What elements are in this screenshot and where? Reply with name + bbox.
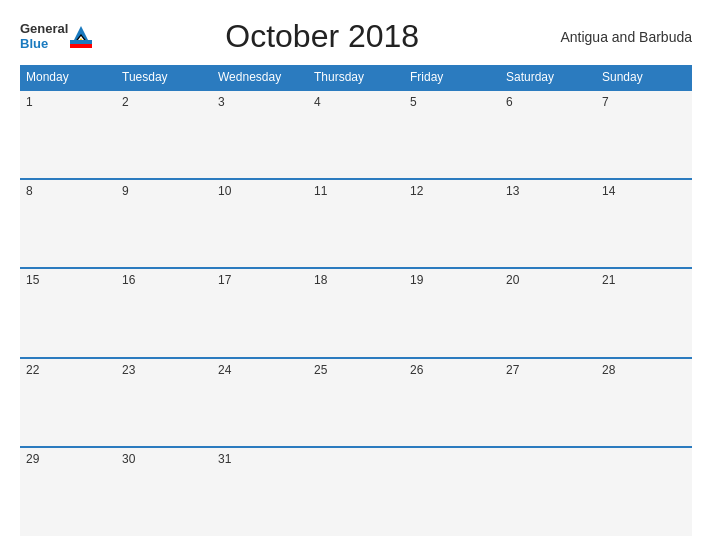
day-number: 17 — [218, 273, 302, 287]
calendar-page: General Blue October 2018 Antigua and Ba… — [0, 0, 712, 550]
calendar-week-2: 891011121314 — [20, 179, 692, 268]
day-number: 13 — [506, 184, 590, 198]
col-tuesday: Tuesday — [116, 65, 212, 90]
calendar-cell: 24 — [212, 358, 308, 447]
calendar-cell: 22 — [20, 358, 116, 447]
calendar-table: Monday Tuesday Wednesday Thursday Friday… — [20, 65, 692, 536]
day-number: 21 — [602, 273, 686, 287]
day-number: 20 — [506, 273, 590, 287]
day-number: 25 — [314, 363, 398, 377]
calendar-cell: 9 — [116, 179, 212, 268]
day-number: 14 — [602, 184, 686, 198]
calendar-cell: 1 — [20, 90, 116, 179]
day-number: 2 — [122, 95, 206, 109]
calendar-cell: 2 — [116, 90, 212, 179]
day-number: 6 — [506, 95, 590, 109]
day-number: 18 — [314, 273, 398, 287]
day-number: 24 — [218, 363, 302, 377]
day-number: 27 — [506, 363, 590, 377]
calendar-cell: 3 — [212, 90, 308, 179]
calendar-cell: 10 — [212, 179, 308, 268]
calendar-cell: 27 — [500, 358, 596, 447]
col-thursday: Thursday — [308, 65, 404, 90]
calendar-cell — [500, 447, 596, 536]
calendar-cell: 13 — [500, 179, 596, 268]
day-number: 5 — [410, 95, 494, 109]
page-title: October 2018 — [92, 18, 552, 55]
day-number: 31 — [218, 452, 302, 466]
calendar-cell: 8 — [20, 179, 116, 268]
calendar-cell: 15 — [20, 268, 116, 357]
calendar-cell — [404, 447, 500, 536]
calendar-cell: 26 — [404, 358, 500, 447]
country-name: Antigua and Barbuda — [552, 29, 692, 45]
calendar-cell: 28 — [596, 358, 692, 447]
day-number: 15 — [26, 273, 110, 287]
calendar-cell: 7 — [596, 90, 692, 179]
calendar-week-5: 293031 — [20, 447, 692, 536]
col-wednesday: Wednesday — [212, 65, 308, 90]
calendar-cell — [308, 447, 404, 536]
calendar-cell: 6 — [500, 90, 596, 179]
calendar-cell — [596, 447, 692, 536]
calendar-cell: 30 — [116, 447, 212, 536]
logo: General Blue — [20, 22, 92, 51]
calendar-cell: 11 — [308, 179, 404, 268]
day-number: 4 — [314, 95, 398, 109]
calendar-week-1: 1234567 — [20, 90, 692, 179]
calendar-week-4: 22232425262728 — [20, 358, 692, 447]
day-number: 12 — [410, 184, 494, 198]
calendar-cell: 31 — [212, 447, 308, 536]
calendar-cell: 16 — [116, 268, 212, 357]
day-number: 28 — [602, 363, 686, 377]
day-number: 30 — [122, 452, 206, 466]
calendar-cell: 29 — [20, 447, 116, 536]
day-number: 19 — [410, 273, 494, 287]
col-monday: Monday — [20, 65, 116, 90]
day-number: 1 — [26, 95, 110, 109]
day-number: 7 — [602, 95, 686, 109]
day-number: 3 — [218, 95, 302, 109]
col-friday: Friday — [404, 65, 500, 90]
calendar-cell: 5 — [404, 90, 500, 179]
calendar-body: 1234567891011121314151617181920212223242… — [20, 90, 692, 536]
calendar-header: Monday Tuesday Wednesday Thursday Friday… — [20, 65, 692, 90]
svg-rect-4 — [70, 40, 92, 44]
day-number: 16 — [122, 273, 206, 287]
calendar-cell: 25 — [308, 358, 404, 447]
calendar-cell: 14 — [596, 179, 692, 268]
day-number: 10 — [218, 184, 302, 198]
calendar-cell: 12 — [404, 179, 500, 268]
logo-text: General Blue — [20, 22, 68, 51]
calendar-cell: 21 — [596, 268, 692, 357]
day-number: 22 — [26, 363, 110, 377]
header: General Blue October 2018 Antigua and Ba… — [20, 18, 692, 55]
col-saturday: Saturday — [500, 65, 596, 90]
day-number: 26 — [410, 363, 494, 377]
day-number: 23 — [122, 363, 206, 377]
day-number: 11 — [314, 184, 398, 198]
flag-icon — [70, 26, 92, 48]
calendar-cell: 20 — [500, 268, 596, 357]
logo-blue: Blue — [20, 37, 68, 51]
day-number: 9 — [122, 184, 206, 198]
day-number: 29 — [26, 452, 110, 466]
calendar-cell: 19 — [404, 268, 500, 357]
day-number: 8 — [26, 184, 110, 198]
col-sunday: Sunday — [596, 65, 692, 90]
calendar-week-3: 15161718192021 — [20, 268, 692, 357]
svg-rect-5 — [70, 44, 92, 48]
calendar-cell: 23 — [116, 358, 212, 447]
calendar-cell: 18 — [308, 268, 404, 357]
calendar-cell: 4 — [308, 90, 404, 179]
header-row: Monday Tuesday Wednesday Thursday Friday… — [20, 65, 692, 90]
calendar-cell: 17 — [212, 268, 308, 357]
logo-general: General — [20, 22, 68, 36]
